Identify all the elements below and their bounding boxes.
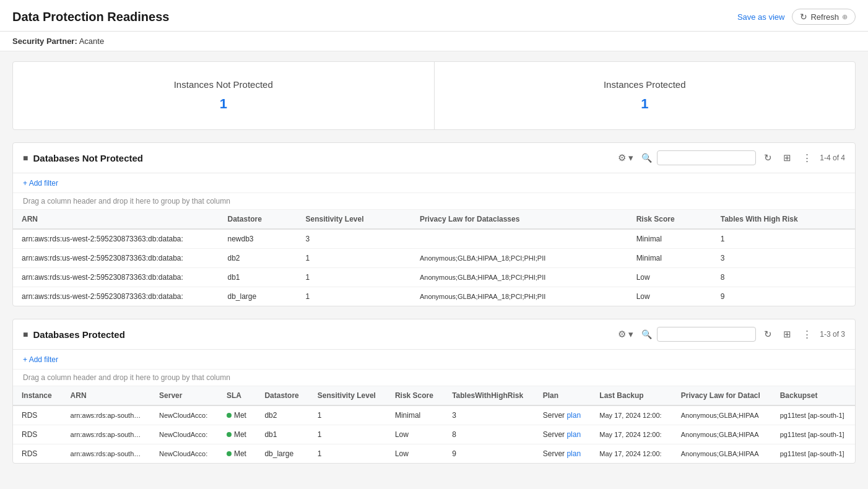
sla-dot (227, 413, 232, 418)
protected-value: 1 (447, 96, 843, 112)
not-protected-collapse-icon[interactable]: ■ (23, 153, 28, 163)
cell-privacy-law (411, 229, 628, 249)
cell-plan: Server plan (534, 444, 591, 464)
cell-arn: arn:aws:rds:ap-south-16 (62, 444, 150, 464)
col-sla: SLA (218, 386, 256, 405)
protected-title: Instances Protected (447, 79, 843, 90)
not-protected-more-button[interactable]: ⋮ (799, 150, 815, 165)
cell-tables-high-risk: 8 (712, 268, 855, 287)
not-protected-section-header: ■ Databases Not Protected ⚙ ▾ 🔍 ↻ ⊞ ⋮ 1-… (13, 143, 855, 173)
protected-refresh-button[interactable]: ↻ (761, 327, 775, 342)
col-risk-score: Risk Score (628, 210, 712, 229)
not-protected-record-count: 1-4 of 4 (820, 154, 845, 162)
not-protected-card: Instances Not Protected 1 (13, 62, 434, 129)
cell-sla: Met (218, 444, 256, 464)
cell-arn: arn:aws:rds:us-west-2:595230873363:db:da… (13, 268, 219, 287)
not-protected-table-header-row: ARN Datastore Sensitivity Level Privacy … (13, 210, 855, 229)
protected-more-button[interactable]: ⋮ (799, 327, 815, 342)
col-arn2: ARN (62, 386, 150, 405)
save-as-view-button[interactable]: Save as view (737, 12, 785, 22)
refresh-icon: ↻ (800, 12, 807, 22)
col-datastore2: Datastore (256, 386, 308, 405)
protected-table: Instance ARN Server SLA Datastore Sensit… (13, 386, 855, 463)
sla-dot (227, 451, 232, 456)
cell-server[interactable]: NewCloudAcco: (150, 444, 218, 464)
refresh-menu-icon: ⊕ (842, 13, 848, 21)
cell-instance[interactable]: RDS (13, 425, 62, 444)
not-protected-refresh-button[interactable]: ↻ (761, 150, 775, 165)
cell-plan: Server plan (534, 425, 591, 444)
cell-privacy-law: Anonymous;GLBA;HIPAA_18;PCI;PHI;PII (411, 268, 628, 287)
cell-arn: arn:aws:rds:ap-south-16 (62, 425, 150, 444)
cell-datastore[interactable]: db1 (219, 268, 297, 287)
protected-title-area: ■ Databases Protected (23, 329, 125, 340)
protected-record-count: 1-3 of 3 (820, 330, 845, 339)
cell-arn: arn:aws:rds:us-west-2:595230873363:db:da… (13, 229, 219, 249)
cell-risk-score: Low (628, 287, 712, 306)
protected-columns-button[interactable]: ⊞ (780, 327, 794, 342)
cell-risk-score: Low (386, 444, 443, 464)
cell-last-backup: May 17, 2024 12:00: (591, 444, 672, 464)
table-row: arn:aws:rds:us-west-2:595230873363:db:da… (13, 287, 855, 306)
cell-risk-score: Low (386, 425, 443, 444)
protected-settings-button[interactable]: ⚙ ▾ (615, 327, 636, 342)
plan-link[interactable]: plan (566, 449, 581, 458)
protected-section-header: ■ Databases Protected ⚙ ▾ 🔍 ↻ ⊞ ⋮ 1-3 of… (13, 319, 855, 350)
cell-plan: Server plan (534, 405, 591, 425)
table-row: RDS arn:aws:rds:ap-south-16 NewCloudAcco… (13, 444, 855, 464)
not-protected-drag-hint: Drag a column header and drop it here to… (13, 193, 855, 210)
not-protected-filter-bar: + Add filter (13, 173, 855, 193)
refresh-button[interactable]: ↻ Refresh ⊕ (792, 9, 856, 25)
cell-tables-high-risk: 9 (712, 287, 855, 306)
page-title: Data Protection Readiness (12, 10, 169, 24)
cell-instance[interactable]: RDS (13, 405, 62, 425)
protected-add-filter-button[interactable]: + Add filter (23, 355, 58, 364)
sla-dot (227, 432, 232, 437)
not-protected-value: 1 (25, 96, 422, 112)
summary-cards: Instances Not Protected 1 Instances Prot… (12, 61, 856, 130)
cell-sensitivity: 1 (297, 249, 410, 268)
cell-arn: arn:aws:rds:us-west-2:595230873363:db:da… (13, 249, 219, 268)
cell-risk-score: Minimal (628, 229, 712, 249)
plan-link[interactable]: plan (566, 411, 581, 420)
col-last-backup: Last Backup (591, 386, 672, 405)
cell-sla: Met (218, 425, 256, 444)
cell-datastore[interactable]: db2 (219, 249, 297, 268)
cell-server[interactable]: NewCloudAcco: (150, 425, 218, 444)
not-protected-search-input[interactable] (657, 150, 756, 165)
protected-drag-hint: Drag a column header and drop it here to… (13, 370, 855, 386)
not-protected-settings-button[interactable]: ⚙ ▾ (615, 150, 636, 165)
cell-datastore: db_large (256, 444, 308, 464)
cell-tables-high-risk: 3 (712, 249, 855, 268)
cell-arn: arn:aws:rds:us-west-2:595230873363:db:da… (13, 287, 219, 306)
page-body: Instances Not Protected 1 Instances Prot… (0, 51, 868, 486)
col-arn: ARN (13, 210, 219, 229)
plan-link[interactable]: plan (566, 430, 581, 439)
page-header: Data Protection Readiness Save as view ↻… (0, 0, 868, 32)
protected-controls: ⚙ ▾ 🔍 ↻ ⊞ ⋮ 1-3 of 3 (615, 327, 845, 342)
cell-tables-high-risk: 9 (443, 444, 534, 464)
not-protected-add-filter-button[interactable]: + Add filter (23, 179, 58, 188)
cell-privacy-law: Anonymous;GLBA;HIPAA (672, 425, 771, 444)
cell-datastore[interactable]: db_large (219, 287, 297, 306)
protected-collapse-icon[interactable]: ■ (23, 329, 28, 339)
protected-card: Instances Protected 1 (434, 62, 856, 129)
col-sensitivity: Sensitivity Level (297, 210, 410, 229)
security-partner-bar: Security Partner: Acante (0, 32, 868, 51)
cell-tables-high-risk: 1 (712, 229, 855, 249)
cell-privacy-law: Anonymous;GLBA;HIPAA_18;PCI;PHI;PII (411, 287, 628, 306)
cell-datastore: db1 (256, 425, 308, 444)
cell-datastore: db2 (256, 405, 308, 425)
not-protected-search-icon: 🔍 (641, 153, 652, 163)
cell-datastore[interactable]: newdb3 (219, 229, 297, 249)
refresh-label: Refresh (810, 12, 839, 22)
cell-privacy-law: Anonymous;GLBA;HIPAA (672, 444, 771, 464)
not-protected-columns-button[interactable]: ⊞ (780, 150, 794, 165)
cell-instance[interactable]: RDS (13, 444, 62, 464)
cell-server[interactable]: NewCloudAcco: (150, 405, 218, 425)
cell-last-backup: May 17, 2024 12:00: (591, 405, 672, 425)
cell-last-backup: May 17, 2024 12:00: (591, 425, 672, 444)
cell-tables-high-risk: 8 (443, 425, 534, 444)
col-datastore: Datastore (219, 210, 297, 229)
protected-search-input[interactable] (657, 327, 756, 342)
